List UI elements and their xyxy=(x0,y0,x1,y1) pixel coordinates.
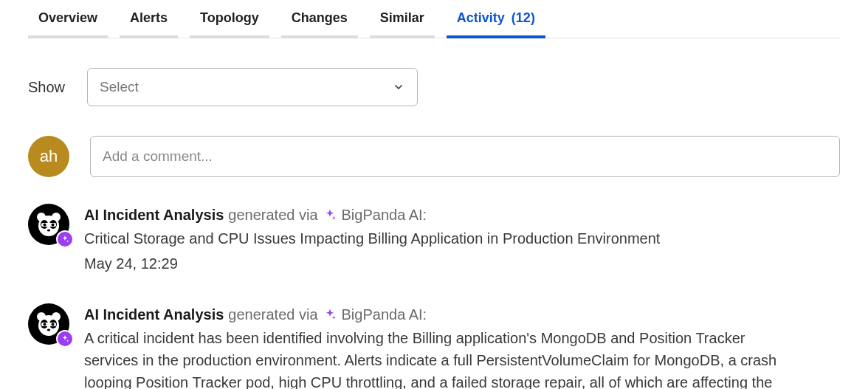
activity-header: AI Incident Analysis generated via BigPa… xyxy=(84,204,799,226)
avatar-initials: ah xyxy=(40,147,58,166)
sparkle-icon xyxy=(323,207,337,222)
tab-overview[interactable]: Overview xyxy=(28,10,108,38)
tab-label: Activity xyxy=(457,10,505,25)
tab-topology[interactable]: Topology xyxy=(190,10,269,38)
ai-sparkle-badge-icon xyxy=(56,230,74,248)
activity-item: AI Incident Analysis generated via BigPa… xyxy=(28,303,840,389)
activity-timestamp: May 24, 12:29 xyxy=(84,255,799,272)
tab-label: Similar xyxy=(380,10,424,25)
select-placeholder: Select xyxy=(100,79,139,95)
tab-label: Changes xyxy=(292,10,348,25)
tabs-bar: Overview Alerts Topology Changes Similar… xyxy=(28,10,840,38)
activity-body: A critical incident has been identified … xyxy=(84,327,793,389)
user-avatar: ah xyxy=(28,136,69,177)
activity-body: Critical Storage and CPU Issues Impactin… xyxy=(84,227,793,249)
sparkle-icon xyxy=(323,307,337,322)
tab-label: Overview xyxy=(38,10,97,25)
filter-select[interactable]: Select xyxy=(87,68,418,106)
svg-point-8 xyxy=(47,229,50,231)
tab-activity[interactable]: Activity (12) xyxy=(447,10,545,38)
activity-source: BigPanda AI: xyxy=(342,204,427,226)
svg-point-6 xyxy=(44,224,46,227)
comment-row: ah xyxy=(28,136,840,177)
tab-count: (12) xyxy=(512,10,535,25)
svg-point-7 xyxy=(52,224,55,227)
activity-via-label: generated via xyxy=(228,303,317,326)
tab-similar[interactable]: Similar xyxy=(370,10,435,38)
svg-point-16 xyxy=(52,323,55,326)
activity-list: AI Incident Analysis generated via BigPa… xyxy=(28,204,840,389)
tab-label: Topology xyxy=(200,10,259,25)
tab-label: Alerts xyxy=(130,10,168,25)
activity-content: AI Incident Analysis generated via BigPa… xyxy=(84,204,799,272)
comment-input[interactable] xyxy=(90,136,840,177)
svg-point-17 xyxy=(47,328,50,331)
activity-title: AI Incident Analysis xyxy=(84,303,224,326)
activity-avatar-wrap xyxy=(28,204,69,245)
activity-title: AI Incident Analysis xyxy=(84,204,224,226)
activity-item: AI Incident Analysis generated via BigPa… xyxy=(28,204,840,272)
svg-point-15 xyxy=(44,323,46,326)
ai-sparkle-badge-icon xyxy=(56,330,74,348)
tab-changes[interactable]: Changes xyxy=(281,10,358,38)
filter-row: Show Select xyxy=(28,68,840,106)
activity-avatar-wrap xyxy=(28,303,69,345)
activity-via-label: generated via xyxy=(228,204,317,226)
filter-label: Show xyxy=(28,79,65,96)
chevron-down-icon xyxy=(392,80,405,94)
activity-header: AI Incident Analysis generated via BigPa… xyxy=(84,303,799,326)
activity-source: BigPanda AI: xyxy=(342,303,427,326)
activity-content: AI Incident Analysis generated via BigPa… xyxy=(84,303,799,389)
tab-alerts[interactable]: Alerts xyxy=(120,10,178,38)
